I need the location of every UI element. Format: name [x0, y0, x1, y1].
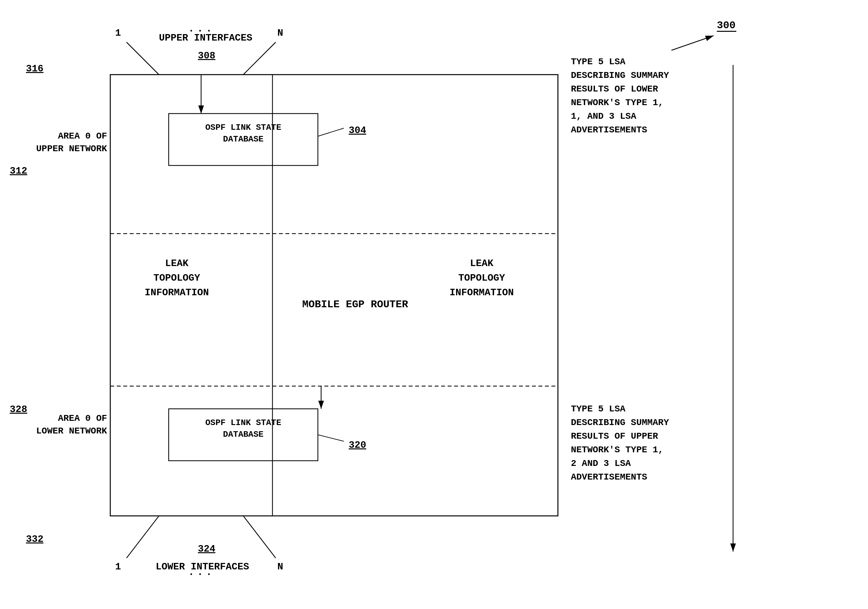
upper-db-label: OSPF LINK STATEDATABASE	[174, 122, 313, 145]
lower-area-label: AREA 0 OFLOWER NETWORK	[10, 412, 107, 437]
svg-line-17	[318, 128, 344, 136]
leak-left-label: LEAKTOPOLOGYINFORMATION	[115, 256, 239, 300]
svg-line-7	[243, 42, 276, 75]
svg-line-8	[127, 516, 159, 558]
label-308: 308	[198, 50, 215, 61]
lower-db-label: OSPF LINK STATEDATABASE	[174, 417, 313, 441]
label-312: 312	[10, 165, 27, 177]
interface-upper-1: 1	[115, 28, 121, 39]
leak-right-label: LEAKTOPOLOGYINFORMATION	[420, 256, 543, 300]
diagram-container: 300 316 UPPER INTERFACES 308 1 N ... ARE…	[0, 0, 868, 609]
diagram-svg	[0, 0, 868, 609]
svg-line-9	[243, 516, 276, 558]
label-324: 324	[198, 544, 215, 555]
interface-lower-1: 1	[115, 561, 121, 572]
svg-line-6	[127, 42, 159, 75]
label-328: 328	[10, 404, 27, 415]
svg-line-18	[318, 435, 344, 441]
label-332: 332	[26, 534, 43, 545]
right-lower-desc: TYPE 5 LSADESCRIBING SUMMARYRESULTS OF U…	[571, 402, 717, 484]
dots-upper: ...	[188, 23, 215, 35]
svg-line-16	[671, 36, 714, 50]
dots-lower: ...	[188, 566, 215, 578]
interface-lower-n: N	[277, 561, 283, 572]
upper-area-label: AREA 0 OFUPPER NETWORK	[10, 130, 107, 155]
right-upper-desc: TYPE 5 LSADESCRIBING SUMMARYRESULTS OF L…	[571, 55, 717, 137]
label-320: 320	[349, 440, 366, 451]
label-304: 304	[349, 125, 366, 136]
mobile-egp-label: MOBILE EGP ROUTER	[282, 298, 428, 311]
interface-upper-n: N	[277, 28, 283, 39]
diagram-number: 300	[717, 19, 736, 31]
label-316: 316	[26, 63, 43, 74]
